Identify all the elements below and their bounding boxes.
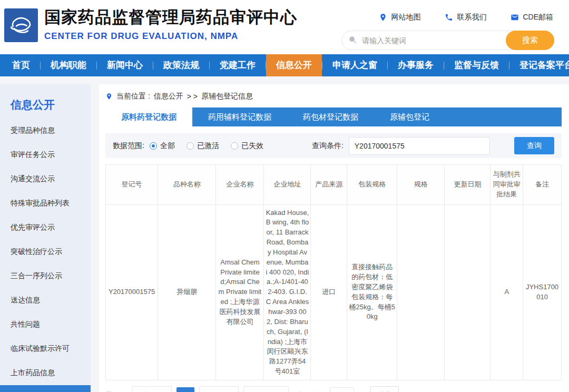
col-header-spec: 规格 [397, 165, 445, 205]
cde-mail-link-label: CDE邮箱 [523, 13, 553, 22]
page: 国家药品监督管理局药品审评中心 CENTER FOR DRUG EVALUATI… [0, 0, 569, 392]
goto-page-input[interactable] [330, 387, 354, 392]
registration-table: 登记号 品种名称 企业名称 企业地址 产品来源 包装规格 规格 更新日期 与制剂… [105, 164, 562, 380]
col-header-registration-no: 登记号 [106, 165, 158, 205]
page-size-select[interactable]: 10 条/页 ▼ [243, 386, 289, 392]
contact-link[interactable]: 联系我们 [445, 13, 486, 22]
radio-all-label: 全部 [160, 141, 175, 151]
scope-radio-group: 全部 已激活 已失效 [150, 141, 263, 151]
query-condition-input[interactable] [349, 137, 490, 155]
sidebar-item-accepted-varieties[interactable]: 受理品种信息 [0, 119, 91, 143]
nav-item-applicant-window[interactable]: 申请人之窗 [322, 54, 387, 76]
filter-bar: 数据范围: 全部 已激活 已失效 查询条件: [105, 133, 562, 158]
sidebar-item-review-tasks[interactable]: 审评任务公示 [0, 143, 91, 167]
site-title-block: 国家药品监督管理局药品审评中心 CENTER FOR DRUG EVALUATI… [44, 6, 297, 42]
sidebar-item-marketed-drugs[interactable]: 上市药品信息 [0, 361, 91, 385]
cell-variety-name: 异烟肼 [158, 204, 216, 380]
nav-item-party-building[interactable]: 党建工作 [210, 54, 266, 76]
cell-remarks: JYHS1700010 [523, 204, 562, 380]
sidebar-item-clinical-trial-license[interactable]: 临床试验默示许可 [0, 337, 91, 361]
content-row: 信息公开 受理品种信息 审评任务公示 沟通交流公示 特殊审批品种列表 优先审评公… [0, 76, 569, 392]
radio-option-activated[interactable]: 已激活 [187, 141, 219, 151]
sidebar-item-common-issues[interactable]: 共性问题 [0, 312, 91, 337]
radio-option-expired[interactable]: 已失效 [231, 141, 263, 151]
next-page-button[interactable]: 下一页 [199, 386, 239, 392]
site-title-english: CENTER FOR DRUG EVALUATION, NMPA [44, 31, 297, 42]
nav-item-policies[interactable]: 政策法规 [153, 54, 209, 76]
col-header-company-name: 企业名称 [216, 165, 264, 205]
confirm-button[interactable]: 确定 [370, 386, 399, 392]
radio-activated-icon[interactable] [187, 142, 194, 150]
data-tabs: 原料药登记数据 药用辅料登记数据 药包材登记数据 原辅包登记 [105, 107, 562, 126]
col-header-remarks: 备注 [523, 165, 562, 205]
page-number-1[interactable]: 1 [176, 387, 194, 392]
cell-packaging-spec: 直接接触药品的药包材：低密度聚乙烯袋包装规格：每桶25kg。每桶50kg [347, 204, 397, 380]
sidebar-item-three-in-one[interactable]: 三合一序列公示 [0, 264, 91, 288]
sidebar-item-priority-review[interactable]: 优先审评公示 [0, 215, 91, 240]
radio-activated-label: 已激活 [197, 141, 219, 151]
tab-packaging-material-data[interactable]: 药包材登记数据 [287, 107, 374, 126]
query-button[interactable]: 查询 [514, 137, 554, 154]
nav-item-services[interactable]: 办事服务 [388, 54, 444, 76]
cell-company-name: Amsal Chem Private limited;Amsal Chem Pr… [216, 204, 264, 380]
breadcrumb-section[interactable]: 信息公开 [154, 92, 183, 101]
location-pin-icon [105, 93, 113, 100]
header-quick-links: 网站地图 联系我们 CDE邮箱 [379, 13, 553, 22]
sidebar-item-raw-material-registration[interactable]: 原辅包登记信息 [0, 385, 91, 392]
mail-icon [511, 13, 519, 22]
sidebar-title: 信息公开 [0, 84, 91, 119]
tab-excipient-data[interactable]: 药用辅料登记数据 [192, 107, 287, 126]
sitemap-link[interactable]: 网站地图 [379, 13, 420, 22]
nav-item-supervision-feedback[interactable]: 监督与反馈 [444, 54, 509, 76]
nav-item-info-disclosure[interactable]: 信息公开 [266, 54, 322, 76]
search-button[interactable]: 搜索 [506, 31, 554, 50]
nav-item-home[interactable]: 首页 [2, 54, 40, 76]
sidebar-item-communication[interactable]: 沟通交流公示 [0, 167, 91, 191]
radio-option-all[interactable]: 全部 [150, 141, 175, 151]
breadcrumb-separator: > > [187, 92, 198, 101]
pagination-bar: 共 1 条 上一页 1 下一页 10 条/页 ▼ 到第 页 确定 [105, 380, 562, 392]
radio-expired-icon[interactable] [231, 142, 238, 150]
cell-joint-approval-result: A [490, 204, 523, 380]
cde-logo-icon [7, 12, 35, 39]
nav-item-functions[interactable]: 机构职能 [41, 54, 96, 76]
cell-spec [397, 204, 445, 380]
contact-link-label: 联系我们 [457, 13, 486, 22]
tab-raw-material-data[interactable]: 原料药登记数据 [105, 107, 192, 126]
col-header-packaging-spec: 包装规格 [347, 165, 397, 205]
breadcrumb-current: 原辅包登记信息 [201, 92, 253, 101]
breadcrumb: 当前位置 : 信息公开 > > 原辅包登记信息 [105, 90, 562, 107]
sitemap-link-label: 网站地图 [391, 13, 420, 22]
cde-logo [4, 8, 38, 42]
sidebar: 信息公开 受理品种信息 审评任务公示 沟通交流公示 特殊审批品种列表 优先审评公… [0, 84, 91, 392]
col-header-product-origin: 产品来源 [311, 165, 347, 205]
phone-icon [445, 13, 453, 22]
main-panel: 当前位置 : 信息公开 > > 原辅包登记信息 原料药登记数据 药用辅料登记数据… [99, 84, 569, 392]
cell-company-address: Kakad House, B wing, 4th floor, 11 Barra… [264, 204, 311, 380]
table-row[interactable]: Y20170001575 异烟肼 Amsal Chem Private limi… [106, 204, 562, 380]
sidebar-item-special-approval[interactable]: 特殊审批品种列表 [0, 191, 91, 215]
sidebar-item-delivery-info[interactable]: 送达信息 [0, 288, 91, 312]
col-header-update-date: 更新日期 [445, 165, 490, 205]
radio-all-icon[interactable] [150, 142, 157, 150]
nav-item-news[interactable]: 新闻中心 [97, 54, 153, 76]
site-header: 国家药品监督管理局药品审评中心 CENTER FOR DRUG EVALUATI… [0, 0, 569, 54]
cell-product-origin: 进口 [311, 204, 347, 380]
cell-registration-no: Y20170001575 [106, 204, 158, 380]
header-search-bar: 搜索 [341, 31, 554, 50]
sidebar-item-breakthrough-therapy[interactable]: 突破性治疗公示 [0, 240, 91, 264]
table-header-row: 登记号 品种名称 企业名称 企业地址 产品来源 包装规格 规格 更新日期 与制剂… [106, 165, 562, 205]
prev-page-button[interactable]: 上一页 [132, 386, 172, 392]
col-header-joint-approval-result: 与制剂共同审批审批结果 [490, 165, 523, 205]
site-title-chinese: 国家药品监督管理局药品审评中心 [44, 6, 297, 28]
tab-raw-aux-pack-registration[interactable]: 原辅包登记 [374, 107, 445, 126]
nav-item-registration-platform[interactable]: 登记备案平台 [509, 54, 569, 76]
scope-label: 数据范围: [113, 141, 144, 151]
main-nav: 首页 机构职能 新闻中心 政策法规 党建工作 信息公开 申请人之窗 办事服务 监… [0, 54, 569, 76]
breadcrumb-label: 当前位置 : [116, 92, 150, 101]
query-condition-label: 查询条件: [312, 141, 344, 151]
map-pin-icon [379, 13, 387, 22]
search-icon [348, 35, 358, 45]
cde-mail-link[interactable]: CDE邮箱 [511, 13, 553, 22]
col-header-variety-name: 品种名称 [158, 165, 216, 205]
